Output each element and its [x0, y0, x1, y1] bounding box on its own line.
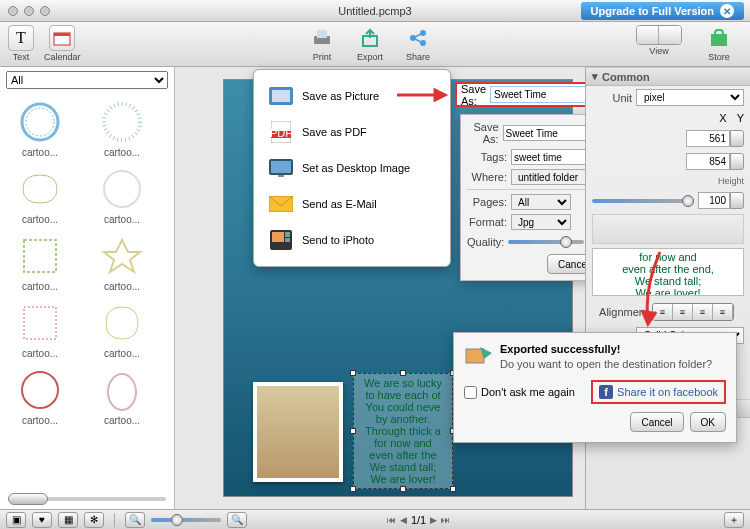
svg-rect-29: [285, 232, 290, 237]
section-common[interactable]: ▾Common: [586, 67, 750, 86]
save-as-callout: Save As:: [455, 82, 600, 107]
shapes-sidebar: All cartoo... cartoo... cartoo... cartoo…: [0, 67, 175, 509]
success-body: Do you want to open the destination fold…: [500, 358, 726, 370]
stepper[interactable]: [730, 130, 744, 147]
export-success-dialog: Exported successfully! Do you want to op…: [453, 332, 737, 443]
opacity-slider[interactable]: [592, 199, 694, 203]
zoom-slider[interactable]: [151, 518, 221, 522]
y-input[interactable]: [686, 153, 730, 170]
zoom-in-icon[interactable]: 🔍: [227, 512, 247, 528]
y-label: Y: [737, 112, 744, 124]
shape-item[interactable]: cartoo...: [6, 164, 74, 225]
svg-rect-9: [715, 30, 723, 36]
dont-ask-checkbox[interactable]: Don't ask me again: [464, 386, 575, 399]
x-input[interactable]: [686, 130, 730, 147]
print-icon: [311, 28, 333, 48]
svg-rect-3: [317, 30, 327, 38]
tool-export[interactable]: Export: [357, 25, 383, 62]
annotation-arrow-1: [395, 88, 453, 102]
store-icon: [708, 28, 730, 48]
tool-print[interactable]: Print: [309, 25, 335, 62]
shape-item[interactable]: cartoo...: [6, 298, 74, 359]
svg-rect-14: [24, 240, 56, 272]
page-indicator: 1/1: [411, 514, 426, 526]
upgrade-banner[interactable]: Upgrade to Full Version ✕: [581, 2, 744, 20]
page-first-icon[interactable]: ⏮: [387, 515, 396, 525]
bb-layout-icon[interactable]: ▣: [6, 512, 26, 528]
success-title: Exported successfully!: [500, 343, 726, 355]
success-ok-button[interactable]: OK: [690, 412, 726, 432]
bb-gear-icon[interactable]: ✻: [84, 512, 104, 528]
shape-item[interactable]: cartoo...: [88, 97, 156, 158]
text-icon: T: [16, 29, 26, 47]
page-navigator: ⏮ ◀ 1/1 ▶ ⏭: [387, 514, 450, 526]
page-prev-icon[interactable]: ◀: [400, 515, 407, 525]
export-desktop[interactable]: Set as Desktop Image: [254, 150, 450, 186]
stepper[interactable]: [730, 192, 744, 209]
shape-item[interactable]: cartoo...: [88, 365, 156, 426]
shape-item[interactable]: cartoo...: [88, 231, 156, 292]
page-next-icon[interactable]: ▶: [430, 515, 437, 525]
shape-item[interactable]: cartoo...: [88, 164, 156, 225]
svg-rect-25: [278, 175, 284, 177]
color-gradient-preview[interactable]: [592, 214, 744, 244]
tool-view[interactable]: View: [636, 25, 682, 62]
iphoto-icon: [270, 230, 292, 250]
export-email[interactable]: Send as E-Mail: [254, 186, 450, 222]
canvas-textbox[interactable]: We are so lucky to have each ot You coul…: [353, 373, 453, 489]
page-last-icon[interactable]: ⏭: [441, 515, 450, 525]
svg-rect-1: [54, 33, 70, 36]
close-window[interactable]: [8, 6, 18, 16]
sheet-format-select[interactable]: Jpg: [511, 214, 571, 230]
shape-filter-select[interactable]: All: [6, 71, 168, 89]
shape-item[interactable]: cartoo...: [6, 365, 74, 426]
svg-point-12: [104, 104, 140, 140]
tool-text[interactable]: T Text: [8, 25, 34, 62]
shape-item[interactable]: cartoo...: [6, 97, 74, 158]
svg-point-10: [22, 104, 58, 140]
sidebar-scrollbar[interactable]: [8, 493, 166, 505]
shapes-grid: cartoo... cartoo... cartoo... cartoo... …: [0, 93, 174, 430]
svg-text:PDF: PDF: [271, 127, 291, 139]
canvas-photo[interactable]: [253, 382, 343, 482]
export-save-pdf[interactable]: PDF Save as PDF: [254, 114, 450, 150]
bb-add-icon[interactable]: ＋: [724, 512, 744, 528]
tool-share[interactable]: Share: [405, 25, 431, 62]
export-iphoto[interactable]: Send to iPhoto: [254, 222, 450, 258]
zoom-out-icon[interactable]: 🔍: [125, 512, 145, 528]
sheet-pages-select[interactable]: All: [511, 194, 571, 210]
svg-rect-19: [272, 90, 290, 102]
tool-store[interactable]: Store: [706, 25, 732, 62]
facebook-icon: f: [599, 385, 613, 399]
upgrade-close-icon[interactable]: ✕: [720, 4, 734, 18]
zoom-window[interactable]: [40, 6, 50, 16]
svg-point-16: [22, 372, 58, 408]
tool-calendar[interactable]: Calendar: [44, 25, 81, 62]
svg-rect-15: [24, 307, 56, 339]
x-label: X: [719, 112, 726, 124]
svg-point-6: [420, 30, 426, 36]
bb-grid-icon[interactable]: ▦: [58, 512, 78, 528]
window-controls: [0, 6, 50, 16]
export-icon: [359, 28, 381, 48]
bb-heart-icon[interactable]: ♥: [32, 512, 52, 528]
unit-select[interactable]: pixel: [636, 89, 744, 106]
svg-point-5: [410, 35, 416, 41]
view-segmented[interactable]: [636, 25, 682, 45]
success-cancel-button[interactable]: Cancel: [630, 412, 683, 432]
shape-item[interactable]: cartoo...: [6, 231, 74, 292]
svg-point-11: [26, 108, 54, 136]
toolbar: T Text Calendar Print Export Share View …: [0, 22, 750, 67]
calendar-icon: [53, 30, 71, 46]
quality-slider[interactable]: [508, 240, 584, 244]
pdf-icon: PDF: [271, 121, 291, 143]
opacity-input[interactable]: [698, 192, 730, 209]
export-success-icon: [464, 343, 492, 371]
stepper[interactable]: [730, 153, 744, 170]
shape-item[interactable]: cartoo...: [88, 298, 156, 359]
bottom-toolbar: ▣ ♥ ▦ ✻ 🔍 🔍 ⏮ ◀ 1/1 ▶ ⏭ ＋: [0, 509, 750, 529]
disclosure-icon: ▾: [592, 70, 598, 83]
svg-rect-24: [271, 161, 291, 173]
minimize-window[interactable]: [24, 6, 34, 16]
share-facebook-link[interactable]: f Share it on facebook: [591, 380, 726, 404]
